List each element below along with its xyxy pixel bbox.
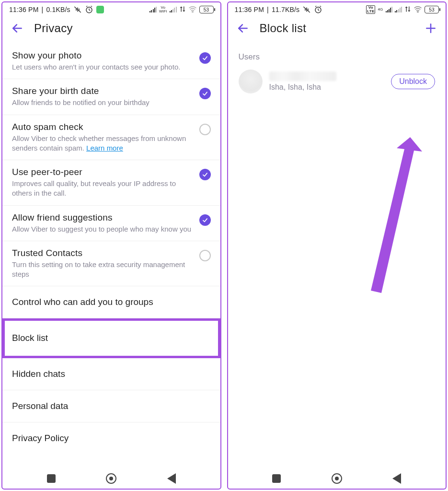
svg-line-4	[86, 6, 87, 7]
status-right: Vo LTE 4G 53	[366, 5, 439, 14]
svg-line-13	[320, 6, 321, 7]
setting-show-photo[interactable]: Show your photo Let users who aren't in …	[2, 44, 220, 79]
nav-bar	[228, 467, 446, 489]
user-name-redacted	[269, 71, 336, 81]
setting-share-birthdate[interactable]: Share your birth date Allow friends to b…	[2, 79, 220, 115]
setting-trusted-contacts[interactable]: Trusted Contacts Turn this setting on to…	[2, 241, 220, 287]
mute-icon	[302, 5, 311, 14]
status-speed: 11.7KB/s	[272, 6, 299, 13]
unblock-button[interactable]: Unblock	[391, 74, 435, 89]
blocklist-content: Users Isha, Isha, Isha Unblock	[228, 44, 446, 467]
status-speed: 0.1KB/s	[46, 6, 70, 13]
status-right: Vo WiFi 53	[149, 6, 213, 14]
app-header: Privacy	[2, 16, 220, 44]
setting-desc: Allow friends to be notified on your bir…	[12, 98, 195, 107]
nav-home-button[interactable]	[332, 473, 342, 484]
nav-bar	[2, 467, 220, 489]
wifi-icon	[414, 6, 422, 14]
link-block-list[interactable]: Block list	[2, 318, 220, 358]
section-users-label: Users	[228, 44, 446, 66]
phone-left-privacy: 11:36 PM | 0.1KB/s Vo WiFi 53	[1, 1, 221, 490]
link-privacy-policy[interactable]: Privacy Policy	[2, 422, 220, 454]
setting-title: Auto spam check	[12, 122, 195, 132]
setting-title: Trusted Contacts	[12, 248, 195, 258]
blocked-user-row: Isha, Isha, Isha Unblock	[228, 66, 446, 98]
user-text: Isha, Isha, Isha	[269, 71, 336, 92]
svg-point-14	[417, 11, 418, 12]
battery-icon: 53	[199, 6, 214, 13]
svg-point-6	[192, 11, 193, 12]
nav-recents-button[interactable]	[47, 474, 56, 483]
setting-title: Use peer-to-peer	[12, 167, 195, 177]
setting-peer-to-peer[interactable]: Use peer-to-peer Improves call quality, …	[2, 160, 220, 206]
learn-more-link[interactable]: Learn more	[86, 144, 123, 152]
add-button[interactable]	[425, 22, 437, 35]
setting-desc: Turn this setting on to take extra secur…	[12, 260, 195, 280]
status-bar: 11:36 PM | 11.7KB/s Vo LTE 4G 53	[228, 2, 446, 16]
nav-recents-button[interactable]	[272, 474, 281, 483]
data-icon	[404, 6, 411, 14]
back-button[interactable]	[237, 22, 249, 35]
settings-list: Show your photo Let users who aren't in …	[2, 44, 220, 467]
page-title: Block list	[260, 22, 307, 35]
signal-icon-2	[170, 7, 177, 12]
toggle-off-icon[interactable]	[199, 124, 211, 135]
signal-icon-1	[386, 7, 393, 12]
vowifi-label: Vo WiFi	[159, 6, 167, 13]
status-left: 11:36 PM | 11.7KB/s	[235, 5, 323, 14]
alarm-icon	[314, 5, 322, 14]
setting-desc: Improves call quality, but reveals your …	[12, 179, 195, 199]
svg-line-12	[315, 6, 316, 7]
link-control-groups[interactable]: Control who can add you to groups	[2, 286, 220, 318]
status-bar: 11:36 PM | 0.1KB/s Vo WiFi 53	[2, 2, 220, 16]
nav-back-button[interactable]	[392, 473, 401, 484]
link-personal-data[interactable]: Personal data	[2, 390, 220, 422]
4g-label: 4G	[378, 8, 383, 12]
toggle-on-icon[interactable]	[199, 88, 211, 99]
svg-line-11	[318, 10, 319, 11]
nav-back-button[interactable]	[167, 473, 176, 484]
back-button[interactable]	[11, 22, 23, 35]
signal-icon-2	[395, 7, 402, 12]
setting-auto-spam[interactable]: Auto spam check Allow Viber to check whe…	[2, 115, 220, 161]
toggle-on-icon[interactable]	[199, 52, 211, 64]
svg-marker-18	[371, 137, 422, 293]
link-hidden-chats[interactable]: Hidden chats	[2, 358, 220, 390]
nav-home-button[interactable]	[106, 473, 116, 484]
status-time: 11:36 PM	[235, 6, 264, 13]
setting-desc: Let users who aren't in your contacts se…	[12, 62, 195, 72]
mute-icon	[73, 5, 82, 14]
alarm-icon	[85, 5, 93, 14]
page-title: Privacy	[34, 22, 73, 35]
app-indicator-icon	[96, 6, 104, 13]
annotation-arrow-icon	[353, 135, 425, 298]
phone-right-blocklist: 11:36 PM | 11.7KB/s Vo LTE 4G 53	[227, 1, 447, 490]
toggle-off-icon[interactable]	[199, 250, 211, 261]
signal-icon-1	[149, 7, 157, 12]
setting-desc: Allow Viber to suggest you to people who…	[12, 224, 195, 234]
volte-label: Vo LTE	[366, 5, 375, 14]
setting-title: Show your photo	[12, 50, 195, 61]
wifi-icon	[188, 6, 197, 14]
setting-title: Allow friend suggestions	[12, 212, 195, 223]
toggle-on-icon[interactable]	[199, 169, 211, 180]
svg-line-3	[89, 10, 90, 11]
setting-desc: Allow Viber to check whether messages fr…	[12, 134, 195, 153]
status-time: 11:36 PM	[9, 6, 39, 13]
avatar	[239, 70, 263, 94]
status-left: 11:36 PM | 0.1KB/s	[9, 5, 104, 14]
setting-title: Share your birth date	[12, 86, 195, 96]
setting-friend-suggestions[interactable]: Allow friend suggestions Allow Viber to …	[2, 206, 220, 241]
user-subtitle: Isha, Isha, Isha	[269, 83, 336, 92]
data-icon	[179, 6, 186, 14]
app-header: Block list	[228, 16, 446, 44]
svg-line-5	[91, 6, 92, 7]
battery-icon: 53	[425, 6, 439, 13]
toggle-on-icon[interactable]	[199, 214, 211, 226]
